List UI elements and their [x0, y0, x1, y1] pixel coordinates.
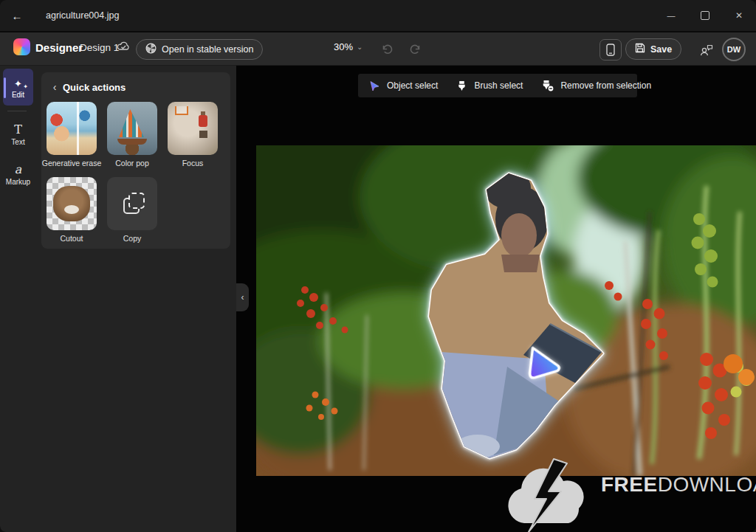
designer-window: ← agriculture004.jpg — ✕ Designer Design…: [0, 0, 756, 532]
generative-erase-label: Generative erase: [42, 159, 102, 167]
maximize-button[interactable]: [688, 0, 722, 31]
cutout-label: Cutout: [61, 234, 83, 243]
generative-erase-thumbnail: [47, 102, 97, 155]
maximize-icon: [701, 11, 709, 20]
mobile-preview-button[interactable]: [599, 39, 622, 61]
photos-app-icon: [145, 43, 157, 56]
active-tab-indicator: [4, 77, 6, 98]
save-label: Save: [650, 44, 672, 55]
tab-edit-label: Edit: [12, 91, 24, 99]
app-toolbar: Designer Design 1 Open in stable version…: [0, 32, 756, 66]
quick-action-focus[interactable]: Focus: [168, 102, 218, 155]
chevron-left-icon: ‹: [53, 81, 57, 93]
color-pop-thumbnail: [107, 102, 157, 155]
back-button[interactable]: ←: [7, 6, 27, 25]
object-select-button[interactable]: Object select: [369, 80, 438, 91]
titlebar: ← agriculture004.jpg — ✕: [0, 0, 756, 32]
panel-collapse-handle[interactable]: ‹: [236, 283, 249, 311]
left-panel: ✦✦ Edit T Text a Markup ‹ Quick actions …: [0, 66, 236, 532]
greenhouse-photo: [256, 145, 756, 476]
account-avatar[interactable]: DW: [722, 38, 746, 61]
open-stable-version-button[interactable]: Open in stable version: [136, 39, 263, 60]
tab-text[interactable]: T Text: [3, 117, 33, 151]
zoom-level: 30%: [334, 41, 353, 52]
document-title: agriculture004.jpg: [46, 0, 119, 31]
tab-markup[interactable]: a Markup: [3, 157, 33, 191]
remove-from-selection-label: Remove from selection: [560, 80, 651, 91]
quick-action-generative-erase[interactable]: Generative erase: [47, 102, 97, 155]
open-stable-version-label: Open in stable version: [162, 44, 253, 55]
freedownload-watermark: FREEDOWNLOAD: [601, 473, 756, 497]
redo-icon: [409, 44, 422, 55]
window-controls: — ✕: [654, 0, 756, 31]
brush-icon: [456, 80, 467, 91]
object-select-label: Object select: [387, 80, 438, 91]
feedback-button[interactable]: [698, 42, 715, 57]
design-name[interactable]: Design 1: [80, 42, 119, 53]
quick-actions-panel: ‹ Quick actions Generative erase Color p…: [41, 72, 230, 249]
app-name: Designer: [35, 41, 83, 54]
close-icon: ✕: [735, 10, 743, 21]
phone-icon: [606, 44, 615, 56]
copy-icon: [107, 177, 157, 230]
watermark-download: DOWNLOAD: [658, 473, 756, 497]
color-pop-label: Color pop: [115, 159, 149, 167]
watermark-free: FREE: [601, 473, 658, 497]
cutout-thumbnail: [47, 177, 97, 230]
designer-logo-icon: [13, 38, 30, 55]
undo-button[interactable]: [378, 41, 396, 57]
chevron-down-icon: ⌄: [357, 44, 362, 50]
brush-select-label: Brush select: [474, 80, 523, 91]
object-select-cursor-icon: [369, 80, 380, 91]
redo-button[interactable]: [406, 41, 424, 57]
quick-actions-back-button[interactable]: ‹: [49, 80, 61, 94]
tab-text-label: Text: [11, 138, 24, 146]
tab-edit[interactable]: ✦✦ Edit: [3, 69, 33, 106]
chevron-left-icon: ‹: [241, 292, 244, 303]
tab-markup-label: Markup: [6, 178, 30, 186]
focus-label: Focus: [182, 159, 204, 167]
back-icon: ←: [12, 10, 23, 22]
brush-minus-icon: [541, 80, 554, 91]
quick-action-color-pop[interactable]: Color pop: [107, 102, 157, 155]
avatar-initials: DW: [727, 45, 740, 54]
rail-divider: [7, 111, 27, 111]
zoom-dropdown[interactable]: 30% ⌄: [334, 41, 362, 52]
quick-action-cutout[interactable]: Cutout: [47, 177, 97, 230]
minimize-button[interactable]: —: [654, 0, 688, 31]
sparkle-icon: ✦✦: [14, 73, 22, 89]
photo-canvas[interactable]: [256, 145, 756, 476]
markup-icon: a: [15, 160, 22, 176]
minimize-icon: —: [667, 11, 676, 20]
brush-select-button[interactable]: Brush select: [456, 80, 523, 91]
cloud-sync-icon: [117, 41, 131, 55]
canvas-area: ‹ Object select Brush select Remove from…: [236, 66, 756, 532]
feedback-icon: [700, 44, 714, 56]
close-button[interactable]: ✕: [722, 0, 756, 31]
remove-from-selection-button[interactable]: Remove from selection: [541, 80, 651, 91]
quick-actions-title: Quick actions: [63, 82, 126, 93]
copy-label: Copy: [123, 234, 142, 243]
save-button[interactable]: Save: [625, 38, 681, 60]
focus-thumbnail: [168, 102, 218, 155]
save-icon: [635, 43, 645, 55]
undo-icon: [381, 44, 394, 55]
text-icon: T: [14, 120, 22, 137]
selection-toolbar: Object select Brush select Remove from s…: [358, 74, 637, 97]
quick-action-copy[interactable]: Copy: [107, 177, 157, 230]
